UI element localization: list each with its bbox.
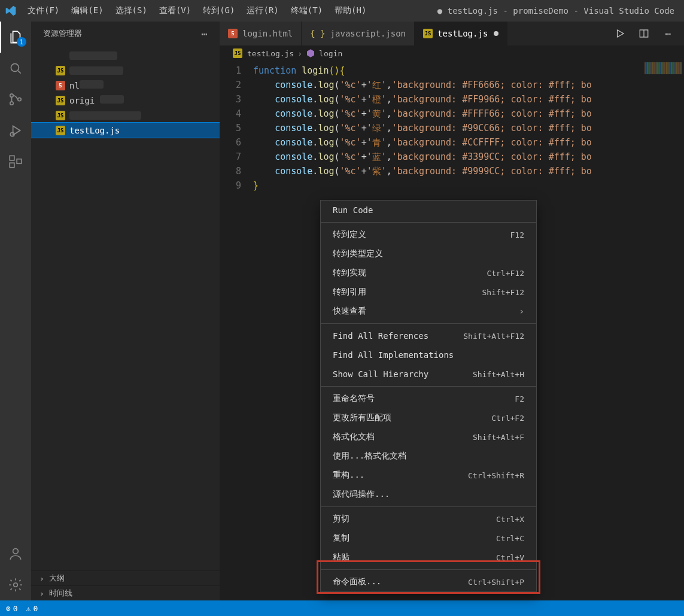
tab-label: login.html [242,29,293,38]
context-menu-item[interactable]: 格式化文档Shift+Alt+F [321,427,536,447]
sidebar-title: 资源管理器 [43,28,82,39]
context-menu-item[interactable]: 粘贴Ctrl+V [321,548,536,567]
context-menu-label: 更改所有匹配项 [333,412,491,423]
more-icon[interactable]: ⋯ [661,27,674,40]
context-menu-separator [321,222,536,223]
context-menu-label: 源代码操作... [333,489,524,500]
context-menu-item[interactable]: 转到引用Shift+F12 [321,283,536,302]
outline-section[interactable]: › 大纲 [31,571,220,585]
menu-item[interactable]: 查看(V) [153,0,197,22]
tree-row[interactable] [31,48,220,63]
menu-bar: 文件(F)编辑(E)选择(S)查看(V)转到(G)运行(R)终端(T)帮助(H)… [0,0,684,22]
explorer-badge: 1 [17,37,26,47]
context-menu-shortcut: Ctrl+Shift+R [468,471,524,480]
context-menu-shortcut: Shift+Alt+F12 [463,332,524,341]
context-menu-item[interactable]: 使用...格式化文档 [321,447,536,466]
context-menu-item[interactable]: 转到实现Ctrl+F12 [321,263,536,283]
run-icon[interactable] [613,27,627,40]
tree-row[interactable]: JS [31,108,220,123]
context-menu-item[interactable]: 转到类型定义 [321,244,536,263]
file-tree: JS5 nlJSorigi JSJStestLog.js [31,45,220,571]
activity-explorer[interactable]: 1 [0,22,31,53]
warning-icon: ⚠ [26,604,31,613]
activity-account[interactable] [0,538,31,569]
tree-row[interactable]: JSorigi [31,93,220,108]
tree-row[interactable]: JStestLog.js [31,123,220,138]
sidebar-more-icon[interactable]: ⋯ [201,28,208,40]
menu-item[interactable]: 编辑(E) [65,0,109,22]
editor-tab[interactable]: { }javascript.json [302,22,415,45]
tree-row[interactable]: 5 nl [31,78,220,93]
context-menu-label: 转到引用 [333,287,482,298]
tree-label-redacted [69,51,117,60]
context-menu-label: 快速查看 [333,306,519,317]
context-menu-item[interactable]: 快速查看› [321,302,536,321]
context-menu-label: 命令面板... [333,576,468,587]
context-menu-item[interactable]: 源代码操作... [321,485,536,504]
activity-search[interactable] [0,53,31,84]
context-menu-separator [321,506,536,507]
split-editor-icon[interactable] [637,27,650,40]
timeline-section[interactable]: › 时间线 [31,585,220,600]
editor-tabs: 5login.html{ }javascript.jsonJStestLog.j… [220,22,684,45]
context-menu-item[interactable]: Show Call HierarchyShift+Alt+H [321,365,536,384]
svg-point-9 [14,583,18,587]
status-bar: ⊗ 0 ⚠ 0 [0,600,684,616]
context-menu-item[interactable]: 复制Ctrl+C [321,529,536,548]
context-menu-label: 重构... [333,470,468,481]
context-menu-item[interactable]: 剪切Ctrl+X [321,509,536,529]
context-menu-label: 转到类型定义 [333,248,524,259]
chevron-right-icon: › [37,589,47,598]
context-menu-item[interactable]: Find All ReferencesShift+Alt+F12 [321,326,536,345]
outline-label: 大纲 [49,573,65,584]
context-menu-label: 使用...格式化文档 [333,451,524,462]
context-menu-separator [321,386,536,387]
activity-debug[interactable] [0,115,31,146]
status-warnings[interactable]: ⚠ 0 [26,604,38,613]
context-menu-label: 粘贴 [333,552,496,563]
context-menu-separator [321,323,536,324]
menu-item[interactable]: 文件(F) [22,0,65,22]
tree-label-redacted [69,111,141,120]
context-menu-shortcut: Ctrl+V [496,553,524,562]
context-menu-label: 格式化文档 [333,432,473,442]
activity-scm[interactable] [0,84,31,115]
context-menu-item[interactable]: Run Code [321,201,536,220]
svg-point-0 [11,63,19,71]
status-warnings-count: 0 [33,604,38,613]
tree-label: origi [69,95,124,105]
svg-point-8 [13,548,19,554]
svg-rect-7 [17,159,22,164]
activity-settings[interactable] [0,569,31,600]
json-file-icon: { } [310,29,325,38]
status-errors[interactable]: ⊗ 0 [6,604,18,613]
context-menu-shortcut: Shift+F12 [482,288,524,297]
menu-item[interactable]: 终端(T) [285,0,329,22]
tab-label: testLog.js [437,29,488,38]
context-menu-item[interactable]: 重命名符号F2 [321,389,536,408]
minimap[interactable] [645,62,682,74]
context-menu-shortcut: F12 [510,230,524,239]
status-errors-count: 0 [13,604,18,613]
context-menu-item[interactable]: 重构...Ctrl+Shift+R [321,466,536,485]
line-gutter: 123456789 [220,61,253,600]
context-menu-label: 转到实现 [333,268,487,278]
context-menu-item[interactable]: 转到定义F12 [321,225,536,244]
menu-item[interactable]: 选择(S) [110,0,153,22]
context-menu-item[interactable]: 命令面板...Ctrl+Shift+P [321,572,536,591]
activity-extensions[interactable] [0,146,31,177]
menu-item[interactable]: 帮助(H) [329,0,372,22]
tree-row[interactable]: JS [31,63,220,78]
context-menu-item[interactable]: Find All Implementations [321,345,536,365]
html-file-icon: 5 [228,29,238,38]
context-menu-label: Show Call Hierarchy [333,369,473,379]
editor-tab[interactable]: 5login.html [220,22,302,45]
context-menu-label: 剪切 [333,514,496,524]
menu-item[interactable]: 转到(G) [197,0,241,22]
breadcrumb[interactable]: JS testLog.js › login [220,45,684,61]
context-menu-label: Find All Implementations [333,350,524,360]
menu-item[interactable]: 运行(R) [241,0,284,22]
context-menu-item[interactable]: 更改所有匹配项Ctrl+F2 [321,408,536,427]
context-menu-shortcut: Ctrl+C [496,534,524,543]
editor-tab[interactable]: JStestLog.js [415,22,507,45]
